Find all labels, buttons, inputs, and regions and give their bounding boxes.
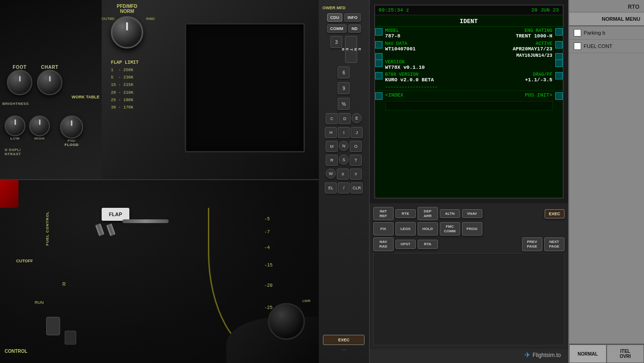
legs-btn[interactable]: LEGS [395,222,416,236]
btn-t[interactable]: T [350,155,362,166]
btn-percent[interactable]: % [338,98,350,110]
pos-init-link[interactable]: POS INIT> [525,92,552,98]
control-label: CONTROL [5,349,27,354]
btn-s-circle[interactable]: S [339,155,349,165]
btn-r[interactable]: R [326,155,338,166]
flap-handle[interactable] [122,219,169,223]
flap-limit-table: FLAP LIMIT 1 - 250K 5 - 230K 15 - 215K 2… [111,60,139,111]
itel-ovri-btn[interactable]: ITELOVRI [607,345,644,363]
enter-button[interactable]: ENTER [345,36,357,63]
rte-btn[interactable]: RTE [395,209,416,218]
lsk-6l[interactable] [375,92,383,100]
btn-m[interactable]: M [326,141,338,152]
scratchpad[interactable] [385,101,553,110]
normal-btn[interactable]: NORMAL [569,345,607,363]
next-page-btn[interactable]: NEXTPAGE [544,237,565,251]
low-knob[interactable] [5,115,25,136]
pni-flood-knob[interactable] [60,115,83,139]
parking-label: Parking b [584,30,605,36]
cdu-keyboard-panel: OWER MFD CDU INFO COMM ND 3 ENTER 6 9 % [319,0,370,363]
housing-element-2 [65,331,76,345]
foot-knob[interactable] [7,70,32,95]
pfd-mfd-knob[interactable] [111,16,143,48]
fmc-comm-btn[interactable]: FMCCOMM [440,222,460,236]
info-button[interactable]: INFO [344,13,361,22]
right-panel: OWER MFD CDU INFO COMM ND 3 ENTER 6 9 % [319,0,644,363]
eng-rating-value: TRENT 1000-H [516,33,552,39]
r-label: R [62,282,66,287]
nd-button[interactable]: ND [348,24,361,33]
pfd-mfd-label: PFD/MFD [111,4,143,9]
bottom-dial[interactable] [268,303,305,340]
btn-c[interactable]: C [326,113,338,124]
btn-clr[interactable]: CLR [351,182,363,194]
menu-item-parking[interactable]: Parking b [569,26,644,40]
fuel-cont-checkbox[interactable] [574,42,581,50]
foot-label: FOOT [7,65,32,70]
comm-button[interactable]: COMM [327,24,347,33]
fix-btn[interactable]: FIX [373,222,394,236]
menu-item-fuel-cont[interactable]: FUEL CONT [569,40,644,53]
exec-fmc-btn[interactable]: EXEC [545,209,565,218]
ofst-btn[interactable]: OFST [395,240,416,249]
enter-label: ENTER [341,48,362,51]
btn-j[interactable]: J [351,127,363,138]
nav-rad-btn[interactable]: NAVRAD [373,237,394,251]
rta-btn[interactable]: RTA [418,240,438,249]
nav-data-date: APR20MAY17/23 [513,46,553,52]
hold-btn[interactable]: HOLD [418,222,438,236]
lsk-5r[interactable] [555,72,563,79]
chart-knob[interactable] [37,70,62,95]
btn-el[interactable]: EL [325,182,337,194]
prog-btn[interactable]: PROG [462,222,482,236]
lsk-5l[interactable] [375,72,383,79]
btn-y[interactable]: Y [350,169,362,180]
lsk-4r[interactable] [555,60,563,67]
dep-arr-btn[interactable]: DEPARR [418,207,438,220]
btn-w-circle[interactable]: W [326,169,336,179]
norm-label: NORM [111,9,143,14]
index-link[interactable]: <INDEX [385,92,404,98]
high-knob[interactable] [29,115,50,136]
lsk-2l[interactable] [375,41,383,48]
model-label: MODEL [385,28,401,33]
exec-button-bottom[interactable]: EXEC [323,335,365,345]
btn-i[interactable]: I [338,127,350,138]
inbd-label: INBD [146,17,155,21]
cockpit-bottom-panel: FUEL CONTROL CUTOFF RUN R FLAP -5 -7 -4 … [0,180,319,363]
screen-header: 09:25:34 z 20 JUN 23 [375,6,563,15]
btn-h[interactable]: H [325,127,337,138]
kuro-value: KURO v2.0.0 BETA [385,77,434,83]
drag-ff-label: DRAG/FF [525,72,552,77]
lsk-6r[interactable] [555,92,563,100]
lsk-2r[interactable] [555,41,563,48]
screen-date: 20 JUN 23 [531,7,559,13]
btn-3[interactable]: 3 [330,36,342,48]
btn-6[interactable]: 6 [338,67,350,79]
altn-btn[interactable]: ALTN [440,209,460,218]
cdu-button[interactable]: CDU [327,13,343,22]
menu-spacer [569,53,644,344]
btn-x[interactable]: X [337,169,349,180]
lsk-4l[interactable] [375,60,383,67]
prev-page-btn[interactable]: PREVPAGE [522,237,542,251]
lsk-1r[interactable] [555,28,563,36]
lever-handles [97,224,114,236]
version-label: VERSION [385,60,425,65]
housing-element [46,317,60,335]
model-value: 787-8 [385,33,401,39]
nav-data-label: NAV DATA [385,41,416,46]
btn-e-circle[interactable]: E [352,113,362,123]
flap-lever[interactable]: FLAP [102,208,129,221]
lsk-1l[interactable] [375,28,383,36]
btn-d[interactable]: D [339,113,351,124]
lwr-label: LWR [303,299,310,303]
vnav-btn[interactable]: VNAV [462,209,482,218]
btn-o[interactable]: O [350,141,362,152]
flap-limit-values: 1 - 250K 5 - 230K 15 - 215K 20 - 210K 25… [111,67,139,111]
btn-9[interactable]: 9 [338,82,350,94]
init-ref-btn[interactable]: INITREF [373,207,394,220]
parking-checkbox[interactable] [574,29,581,36]
btn-n-circle[interactable]: N [339,141,349,151]
btn-slash[interactable]: / [338,182,350,194]
